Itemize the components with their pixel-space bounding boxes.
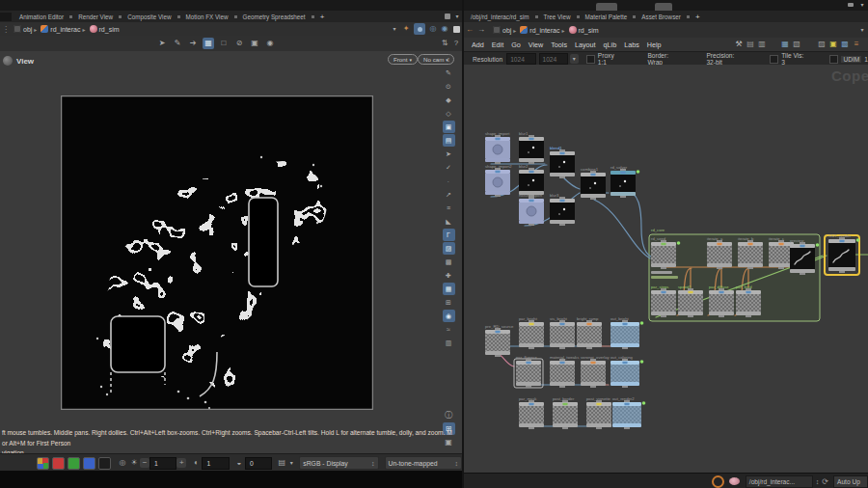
exposure-decrement-button[interactable]: − xyxy=(140,458,149,468)
tile-vis-checkbox[interactable] xyxy=(770,55,778,64)
crumb-rd-interac[interactable]: rd_interac xyxy=(50,26,80,33)
display-flag[interactable] xyxy=(856,238,860,242)
crumb-rd-interac[interactable]: rd_interac xyxy=(529,27,559,34)
viewport-help-icon[interactable]: ? xyxy=(450,38,462,49)
viewport-tool-icon-21[interactable]: ▥ xyxy=(443,337,455,349)
alpha-channel-button[interactable] xyxy=(98,457,111,470)
list-icon[interactable]: ▥ xyxy=(756,39,768,50)
viewport-tool-icon-3[interactable]: ◆ xyxy=(443,94,455,106)
viewport-tool-icon-5[interactable]: ▣ xyxy=(443,121,455,133)
background-image-icon[interactable]: ▩ xyxy=(839,39,851,50)
viewport-tool-icon-20[interactable]: ≈ xyxy=(443,323,455,336)
udim-checkbox[interactable] xyxy=(829,55,838,64)
lasso-select-icon[interactable]: ✎ xyxy=(172,38,183,49)
select-icon[interactable]: ➤ xyxy=(156,38,168,49)
crumb-rd-sim[interactable]: rd_sim xyxy=(579,27,599,34)
exposure-increment-button[interactable]: + xyxy=(176,458,186,468)
node-combine1[interactable]: combine1 xyxy=(581,167,606,201)
lut-dropdown-icon[interactable]: ▾ xyxy=(287,457,295,469)
exposure-value[interactable]: 1 xyxy=(149,457,176,470)
border-label[interactable]: Border: Wrap xyxy=(647,52,679,66)
node-blend1[interactable]: blend1 xyxy=(550,146,575,179)
auto-update-dropdown[interactable]: Auto Up xyxy=(833,475,868,488)
udim-value[interactable]: 1 xyxy=(864,56,868,63)
tab-motion-fx-view[interactable]: Motion FX View xyxy=(181,14,233,20)
node-rd_solver[interactable]: rd_solver xyxy=(610,165,639,199)
pane-handle[interactable] xyxy=(596,3,617,11)
sticky-note-icon[interactable]: ▣ xyxy=(827,39,839,50)
view-front-pill[interactable]: Front▾ xyxy=(388,54,418,65)
crumb-obj[interactable]: obj xyxy=(502,27,511,34)
display-flag[interactable] xyxy=(637,170,640,174)
window-menu-icon[interactable] xyxy=(846,0,855,10)
resolution-x-field[interactable]: 1024 xyxy=(506,53,535,65)
menu-go[interactable]: Go xyxy=(511,41,521,49)
node-vis_bright[interactable]: vis_bright xyxy=(550,316,575,350)
link-group-icon[interactable]: ◉ xyxy=(439,23,450,35)
node-post_vignette[interactable]: post_vignette xyxy=(586,396,611,430)
tab-animation-editor[interactable]: Animation Editor xyxy=(14,14,68,20)
follow-selection-button[interactable] xyxy=(414,23,425,35)
lut-film-icon[interactable]: ▤ xyxy=(276,457,287,469)
snap-icon[interactable]: ▦ xyxy=(203,38,214,49)
handles-icon[interactable]: ➔ xyxy=(187,38,199,49)
node-shape_import[interactable]: shape_import xyxy=(485,131,510,165)
viewport-tool-icon-17[interactable]: ▦ xyxy=(443,283,455,295)
node-blur3[interactable]: blur3 xyxy=(550,193,575,227)
red-channel-button[interactable] xyxy=(52,457,65,470)
viewport-tool-icon-1[interactable]: ✎ xyxy=(443,67,455,79)
node-out_bright[interactable]: out_bright xyxy=(610,316,643,350)
tab-render-view[interactable]: Render View xyxy=(73,14,118,20)
info-icon[interactable]: ⓘ xyxy=(443,409,455,421)
node-noise_import[interactable]: noise_import xyxy=(519,193,544,227)
viewport-tool-icon-13[interactable]: Γ xyxy=(443,229,455,241)
display-flag[interactable] xyxy=(640,360,644,364)
node-pre_RD_source[interactable]: pre_RD_source xyxy=(485,324,514,358)
viewport-tool-icon-8[interactable]: ✓ xyxy=(443,161,455,174)
proxy-checkbox[interactable] xyxy=(586,55,595,64)
menu-tools[interactable]: Tools xyxy=(551,41,567,49)
precision-label[interactable]: Precision: 32-bit xyxy=(706,52,745,66)
pane-tab-stub[interactable] xyxy=(0,13,12,21)
display-flag[interactable] xyxy=(640,321,644,325)
menu-qlib[interactable]: qLib xyxy=(604,41,617,49)
viewport-tool-icon-4[interactable]: ◇ xyxy=(443,107,455,120)
drag-grip-icon[interactable]: ⋮ xyxy=(2,25,10,34)
node-bright_ramp[interactable]: bright_ramp xyxy=(577,316,602,350)
node-material_tweaks[interactable]: material_tweaks xyxy=(550,355,579,389)
node-par_bright[interactable]: par_bright xyxy=(519,316,544,350)
resolution-dropdown-icon[interactable]: ▾ xyxy=(570,54,579,64)
node-out_coloring[interactable]: out_coloring xyxy=(610,355,643,389)
display-flag[interactable] xyxy=(677,241,681,245)
node-post_border[interactable]: post_border xyxy=(553,396,578,430)
viewport-tool-icon-10[interactable]: ↗ xyxy=(443,188,455,201)
window-chevron-icon[interactable]: ▾ xyxy=(857,0,867,10)
node-OUT_render[interactable]: OUT_render xyxy=(825,233,859,276)
node-voronoi_overlay[interactable]: voronoi_overlay xyxy=(581,355,610,389)
pane-menu-chevron-icon[interactable]: ▾ xyxy=(452,11,462,22)
network-editor[interactable]: Copernicus rd_coreshape_importblur1shape… xyxy=(464,65,868,473)
viewport[interactable]: View Front▾ No cam▾ xyxy=(0,51,462,453)
viewport-tool-icon-2[interactable]: ⊙ xyxy=(443,80,455,93)
inspect-zoom-icon[interactable]: ◎ xyxy=(117,457,128,469)
construction-plane-icon[interactable]: □ xyxy=(218,38,230,49)
null-node[interactable] xyxy=(651,276,678,279)
new-window-icon[interactable] xyxy=(450,23,462,35)
stack-icon[interactable]: ≡ xyxy=(851,39,862,50)
blue-channel-button[interactable] xyxy=(83,457,95,470)
menu-add[interactable]: Add xyxy=(472,41,484,49)
viewport-tool-icon-18[interactable]: ⊞ xyxy=(443,296,455,309)
viewport-tool-icon-7[interactable]: ➤ xyxy=(443,148,455,160)
node-par_mask[interactable]: par_mask xyxy=(519,396,544,430)
node-par_fluence[interactable]: par_fluence xyxy=(514,355,543,389)
viewport-tool-icon-0[interactable]: ↕ xyxy=(443,53,455,66)
pane-maximize-icon[interactable] xyxy=(443,11,452,22)
tab-asset-browser[interactable]: Asset Browser xyxy=(637,14,686,20)
tab-material-palette[interactable]: Material Palette xyxy=(581,14,633,20)
tab--obj-rd-interac-rd-sim[interactable]: /obj/rd_interac/rd_sim xyxy=(466,14,534,20)
pin-icon[interactable]: ✦ xyxy=(400,23,412,35)
rgba-channel-button[interactable] xyxy=(37,457,49,470)
tools-icon[interactable]: ⚒ xyxy=(733,39,745,50)
viewport-tool-icon-15[interactable]: ▩ xyxy=(443,256,455,268)
nav-forward-icon[interactable]: → xyxy=(475,24,487,36)
